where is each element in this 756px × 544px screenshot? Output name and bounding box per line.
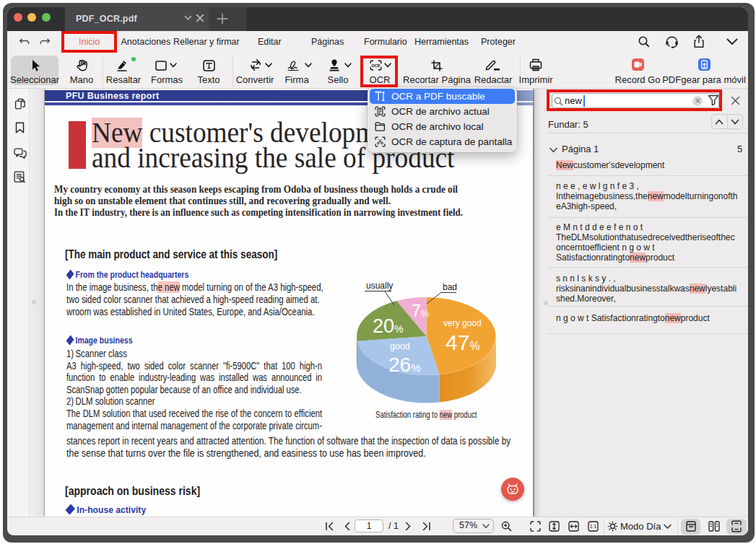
svg-text:bad: bad [443,282,457,292]
svg-text:1:1: 1:1 [590,524,597,529]
svg-text:good: good [390,341,410,351]
svg-text:usually: usually [366,281,393,291]
svg-text:very good: very good [443,318,482,328]
